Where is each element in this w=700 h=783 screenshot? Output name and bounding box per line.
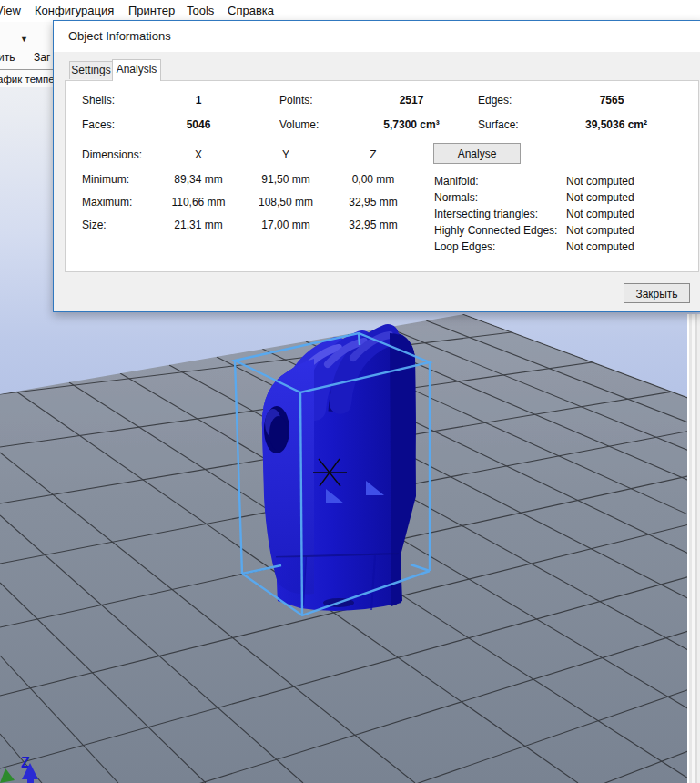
dialog-titlebar[interactable]: Object Informations bbox=[54, 21, 700, 52]
intersecting-triangles-value: Not computed bbox=[566, 208, 634, 220]
menu-printer[interactable]: Принтер bbox=[127, 0, 177, 22]
highly-connected-edges-label: Highly Connected Edges: bbox=[434, 224, 557, 237]
edges-label: Edges: bbox=[478, 94, 512, 107]
loop-edges-label: Loop Edges: bbox=[434, 240, 495, 253]
highly-connected-edges-value: Not computed bbox=[566, 224, 634, 237]
minimum-label: Minimum: bbox=[82, 173, 129, 186]
analyse-button[interactable]: Analyse bbox=[433, 143, 521, 164]
toolbar-save-button[interactable]: ить bbox=[0, 51, 15, 64]
toolbar: ▼ ить Заг афик темпе bbox=[0, 22, 53, 87]
size-x: 21,31 mm bbox=[157, 219, 239, 231]
volume-value: 5,7300 cm³ bbox=[357, 118, 466, 131]
minimum-y: 91,50 mm bbox=[245, 173, 327, 186]
toolbar-separator bbox=[0, 69, 53, 70]
volume-label: Volume: bbox=[279, 118, 319, 131]
normals-value: Not computed bbox=[566, 191, 634, 204]
surface-value: 39,5036 cm² bbox=[553, 118, 680, 131]
analysis-panel: Shells: 1 Points: 2517 Edges: 7565 Faces… bbox=[65, 80, 699, 272]
menu-help[interactable]: Справка bbox=[226, 0, 276, 22]
maximum-x: 110,66 mm bbox=[157, 196, 239, 208]
surface-label: Surface: bbox=[478, 118, 519, 131]
shells-value: 1 bbox=[171, 94, 226, 107]
close-button[interactable]: Закрыть bbox=[624, 283, 690, 303]
model-3d[interactable] bbox=[262, 331, 416, 611]
shells-label: Shells: bbox=[82, 94, 115, 107]
faces-value: 5046 bbox=[171, 118, 226, 131]
dim-col-y: Y bbox=[259, 148, 313, 161]
dimensions-label: Dimensions: bbox=[82, 148, 142, 161]
menu-tools[interactable]: Tools bbox=[185, 0, 216, 22]
faces-label: Faces: bbox=[82, 118, 115, 131]
dim-col-x: X bbox=[171, 148, 226, 161]
right-panel-splitter[interactable] bbox=[687, 314, 700, 783]
size-y: 17,00 mm bbox=[245, 219, 327, 231]
minimum-z: 0,00 mm bbox=[332, 173, 414, 186]
object-informations-dialog: Object Informations Settings Analysis Sh… bbox=[53, 20, 700, 312]
points-label: Points: bbox=[279, 94, 313, 107]
edges-value: 7565 bbox=[553, 94, 671, 107]
dropdown-caret-icon[interactable]: ▼ bbox=[20, 35, 28, 44]
normals-label: Normals: bbox=[434, 191, 478, 204]
maximum-y: 108,50 mm bbox=[245, 196, 327, 208]
menu-bar: View Конфигурация Принтер Tools Справка bbox=[0, 0, 700, 22]
size-label: Size: bbox=[82, 219, 107, 231]
manifold-value: Not computed bbox=[566, 175, 634, 188]
intersecting-triangles-label: Intersecting triangles: bbox=[434, 208, 538, 220]
size-z: 32,95 mm bbox=[332, 219, 414, 231]
points-value: 2517 bbox=[357, 94, 466, 107]
minimum-x: 89,34 mm bbox=[157, 173, 239, 186]
menu-view[interactable]: View bbox=[0, 0, 23, 22]
maximum-label: Maximum: bbox=[82, 196, 132, 208]
dialog-title: Object Informations bbox=[68, 29, 171, 43]
menu-configuration[interactable]: Конфигурация bbox=[33, 0, 116, 22]
dim-col-z: Z bbox=[346, 148, 401, 161]
maximum-z: 32,95 mm bbox=[332, 196, 414, 208]
temp-graph-label: афик темпе bbox=[0, 74, 53, 85]
manifold-label: Manifold: bbox=[434, 175, 479, 188]
toolbar-load-button[interactable]: Заг bbox=[34, 51, 50, 64]
app-window: Z View Конфигурация Принтер Tools Справк… bbox=[0, 0, 700, 783]
loop-edges-value: Not computed bbox=[566, 240, 634, 253]
tab-settings[interactable]: Settings bbox=[69, 61, 113, 79]
tab-analysis[interactable]: Analysis bbox=[112, 59, 161, 81]
